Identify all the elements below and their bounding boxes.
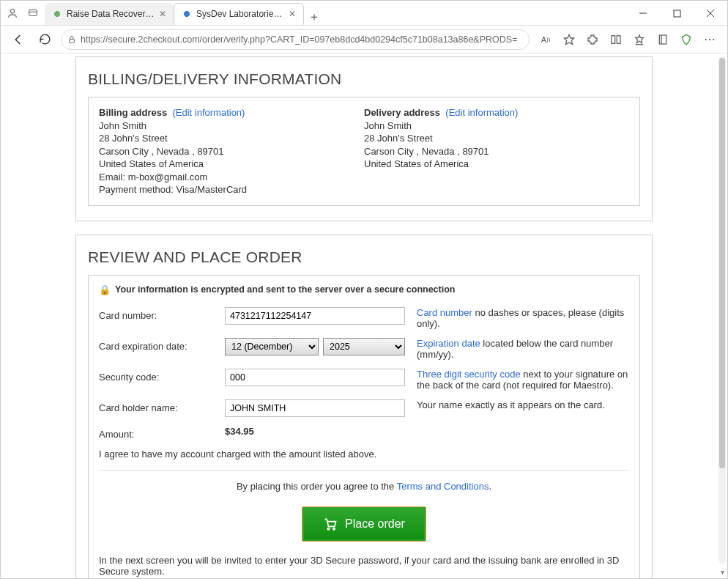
collections-icon[interactable] <box>653 29 673 50</box>
tabs-overview-icon[interactable] <box>26 6 40 21</box>
billing-section-title: BILLING/DELIVERY INFORMATION <box>88 70 640 88</box>
billing-name: John Smith <box>99 119 364 133</box>
card-exp-label: Card expiration date: <box>99 338 216 352</box>
card-number-input[interactable] <box>225 307 405 325</box>
extension-icon[interactable] <box>582 29 603 50</box>
review-panel: REVIEW AND PLACE ORDER 🔒 Your informatio… <box>75 235 653 578</box>
agree-text: I agree to have my account charged with … <box>99 444 629 470</box>
favorite-icon[interactable] <box>559 29 579 50</box>
cart-icon <box>323 517 338 531</box>
delivery-name: John Smith <box>364 119 629 133</box>
billing-country: United States of America <box>99 158 364 171</box>
window-minimize-button[interactable] <box>626 1 660 26</box>
billing-street: 28 John's Street <box>99 132 364 145</box>
billing-payment: Payment method: Visa/MasterCard <box>99 183 364 196</box>
security-code-label: Security code: <box>99 369 216 383</box>
scroll-down-icon[interactable]: ▾ <box>718 567 726 577</box>
card-number-label: Card number: <box>99 307 216 321</box>
secure-notice: 🔒 Your information is encrypted and sent… <box>99 283 629 303</box>
menu-button[interactable]: ⋯ <box>699 29 720 50</box>
card-year-select[interactable]: 2025 <box>323 338 405 355</box>
secure-notice-text: Your information is encrypted and sent t… <box>115 284 455 295</box>
browser-essentials-icon[interactable] <box>676 29 697 50</box>
browser-toolbar: https://secure.2checkout.com/order/verif… <box>1 26 727 54</box>
delivery-address-label: Delivery address <box>364 107 440 118</box>
window-maximize-button[interactable] <box>660 1 694 26</box>
amount-label: Amount: <box>99 426 216 440</box>
billing-panel: BILLING/DELIVERY INFORMATION Billing add… <box>75 56 653 221</box>
back-button[interactable] <box>8 29 29 50</box>
holder-input[interactable] <box>225 399 405 417</box>
window-close-button[interactable] <box>694 1 727 26</box>
close-tab-icon[interactable]: ✕ <box>159 9 166 19</box>
amount-value: $34.95 <box>225 426 408 437</box>
svg-marker-8 <box>564 34 573 44</box>
terms-link[interactable]: Terms and Conditions <box>397 481 489 492</box>
divider <box>99 470 629 471</box>
security-code-hint: Three digit security code next to your s… <box>417 369 629 391</box>
card-exp-hint: Expiration date located below the card n… <box>417 338 629 360</box>
svg-rect-13 <box>659 35 666 44</box>
tab-label: Raise Data Recovery: Short-Term <box>67 9 155 19</box>
delivery-city: Carson City , Nevada , 89701 <box>364 145 629 158</box>
svg-point-16 <box>333 528 335 530</box>
svg-point-15 <box>327 528 330 530</box>
place-order-label: Place order <box>345 517 405 531</box>
billing-address-label: Billing address <box>99 107 167 118</box>
refresh-button[interactable] <box>34 29 55 50</box>
svg-rect-9 <box>612 35 615 43</box>
review-box: 🔒 Your information is encrypted and sent… <box>88 275 640 578</box>
card-number-hint: Card number no dashes or spaces, please … <box>417 307 629 329</box>
address-box: Billing address (Edit information) John … <box>88 97 640 206</box>
security-code-input[interactable] <box>225 369 405 386</box>
new-tab-button[interactable]: ＋ <box>304 10 324 25</box>
delivery-address-col: Delivery address (Edit information) John… <box>364 106 629 196</box>
svg-rect-1 <box>29 10 37 15</box>
tab-label: SysDev Laboratories - Order soft <box>196 9 284 19</box>
favorites-bar-icon[interactable] <box>629 29 650 50</box>
address-bar-url: https://secure.2checkout.com/order/verif… <box>81 34 523 45</box>
delivery-street: 28 John's Street <box>364 132 629 145</box>
svg-rect-4 <box>674 10 680 17</box>
holder-label: Card holder name: <box>99 399 216 413</box>
page-viewport: BILLING/DELIVERY INFORMATION Billing add… <box>1 54 727 578</box>
svg-rect-10 <box>617 35 620 43</box>
edit-delivery-link[interactable]: Edit information <box>449 107 515 118</box>
tab-strip: Raise Data Recovery: Short-Term ✕ SysDev… <box>45 1 324 25</box>
svg-marker-11 <box>636 35 644 43</box>
billing-city: Carson City , Nevada , 89701 <box>99 145 364 158</box>
read-aloud-icon[interactable]: A)) <box>535 29 556 50</box>
review-section-title: REVIEW AND PLACE ORDER <box>88 248 640 266</box>
address-bar[interactable]: https://secure.2checkout.com/order/verif… <box>61 29 530 50</box>
3ds-note: In the next screen you will be invited t… <box>99 555 629 577</box>
svg-point-0 <box>10 9 14 12</box>
window-titlebar: Raise Data Recovery: Short-Term ✕ SysDev… <box>1 1 727 26</box>
split-screen-icon[interactable] <box>606 29 626 50</box>
edit-billing-link[interactable]: Edit information <box>176 107 242 118</box>
svg-rect-7 <box>70 39 75 43</box>
browser-tab-0[interactable]: Raise Data Recovery: Short-Term ✕ <box>45 3 174 25</box>
holder-hint: Your name exactly as it appears on the c… <box>417 399 629 410</box>
billing-address-col: Billing address (Edit information) John … <box>99 106 364 196</box>
scrollbar[interactable] <box>718 56 726 564</box>
favicon-icon <box>52 9 62 19</box>
place-order-button[interactable]: Place order <box>302 506 426 542</box>
terms-row: By placing this order you agree to the T… <box>99 481 629 492</box>
billing-email: Email: m-box@gmail.com <box>99 171 364 184</box>
profile-icon[interactable] <box>5 6 20 21</box>
browser-tab-1[interactable]: SysDev Laboratories - Order soft ✕ <box>174 3 304 25</box>
lock-icon <box>67 35 76 44</box>
delivery-country: United States of America <box>364 158 629 171</box>
close-tab-icon[interactable]: ✕ <box>289 9 296 19</box>
favicon-icon <box>182 9 192 19</box>
padlock-icon: 🔒 <box>99 284 111 295</box>
scrollbar-thumb[interactable] <box>719 58 725 468</box>
card-month-select[interactable]: 12 (December) <box>225 338 319 355</box>
